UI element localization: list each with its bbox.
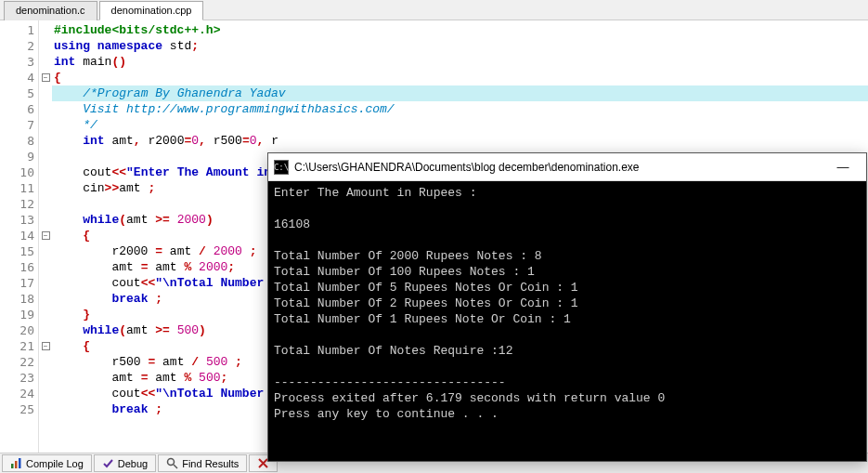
console-titlebar[interactable]: C:\ C:\Users\GHANENDRA\Documents\blog de… [268, 153, 866, 181]
fold-marker [39, 401, 52, 417]
minimize-button[interactable]: — [825, 156, 861, 178]
line-number: 21 [0, 338, 38, 354]
bottom-tab-label: Find Results [182, 458, 239, 469]
fold-marker[interactable]: − [39, 338, 52, 354]
bottom-tab[interactable]: Debug [94, 454, 156, 472]
file-tab-bar: denomination.c denomination.cpp [0, 0, 868, 20]
line-number: 23 [0, 370, 38, 386]
code-line[interactable]: Visit http://www.programmingwithbasics.c… [52, 101, 868, 117]
file-tab[interactable]: denomination.c [4, 1, 97, 20]
fold-marker [39, 322, 52, 338]
bar-chart-icon [10, 457, 22, 469]
fold-marker [39, 133, 52, 149]
fold-marker [39, 275, 52, 291]
line-number: 1 [0, 22, 38, 38]
code-line[interactable]: */ [52, 117, 868, 133]
fold-marker [39, 38, 52, 54]
console-window: C:\ C:\Users\GHANENDRA\Documents\blog de… [267, 152, 867, 462]
svg-rect-1 [15, 461, 18, 468]
fold-marker [39, 196, 52, 212]
line-number: 20 [0, 322, 38, 338]
line-number: 8 [0, 133, 38, 149]
code-line[interactable]: { [52, 70, 868, 85]
fold-marker [39, 180, 52, 196]
line-number: 5 [0, 85, 38, 101]
line-number: 15 [0, 243, 38, 259]
fold-marker[interactable]: − [39, 70, 52, 85]
line-number: 17 [0, 275, 38, 291]
fold-marker [39, 386, 52, 401]
line-number: 12 [0, 196, 38, 212]
bottom-tab[interactable]: Find Results [158, 454, 247, 472]
code-line[interactable]: using namespace std; [52, 38, 868, 54]
fold-marker [39, 54, 52, 70]
fold-marker [39, 117, 52, 133]
console-output[interactable]: Enter The Amount in Rupees : 16108 Total… [268, 181, 866, 426]
window-controls: — [825, 156, 861, 178]
line-number: 18 [0, 291, 38, 307]
fold-marker [39, 212, 52, 228]
line-number: 7 [0, 117, 38, 133]
fold-marker [39, 22, 52, 38]
fold-marker [39, 243, 52, 259]
console-title: C:\Users\GHANENDRA\Documents\blog decemb… [294, 161, 825, 174]
line-number: 22 [0, 354, 38, 370]
fold-marker [39, 354, 52, 370]
check-icon [102, 457, 114, 469]
line-number: 19 [0, 307, 38, 322]
line-number: 3 [0, 54, 38, 70]
line-number: 10 [0, 164, 38, 180]
bottom-tab[interactable]: Compile Log [2, 454, 92, 472]
line-number-gutter: 1234567891011121314151617181920212223242… [0, 20, 39, 453]
bottom-tab-label: Compile Log [26, 458, 84, 469]
line-number: 4 [0, 70, 38, 85]
editor-area: 1234567891011121314151617181920212223242… [0, 20, 868, 453]
console-app-icon: C:\ [274, 160, 289, 175]
fold-marker [39, 85, 52, 101]
code-line[interactable]: /*Program By Ghanendra Yadav [52, 85, 868, 101]
fold-marker [39, 370, 52, 386]
line-number: 9 [0, 149, 38, 164]
search-icon [166, 457, 178, 469]
line-number: 2 [0, 38, 38, 54]
fold-marker [39, 291, 52, 307]
bottom-tab-label: Debug [118, 458, 148, 469]
code-line[interactable]: int main() [52, 54, 868, 70]
code-line[interactable]: #include<bits/stdc++.h> [52, 22, 868, 38]
fold-marker [39, 307, 52, 322]
svg-point-3 [168, 459, 175, 466]
line-number: 24 [0, 386, 38, 401]
line-number: 14 [0, 228, 38, 243]
fold-marker [39, 101, 52, 117]
svg-rect-0 [11, 464, 14, 468]
svg-rect-2 [19, 458, 21, 468]
fold-marker [39, 259, 52, 275]
file-tab-active[interactable]: denomination.cpp [99, 1, 204, 20]
svg-line-4 [174, 465, 177, 468]
fold-marker[interactable]: − [39, 228, 52, 243]
fold-marker [39, 149, 52, 164]
line-number: 6 [0, 101, 38, 117]
fold-marker [39, 164, 52, 180]
fold-column: −−− [39, 20, 52, 453]
line-number: 25 [0, 401, 38, 417]
line-number: 16 [0, 259, 38, 275]
line-number: 11 [0, 180, 38, 196]
code-line[interactable]: int amt, r2000=0, r500=0, r [52, 133, 868, 149]
line-number: 13 [0, 212, 38, 228]
